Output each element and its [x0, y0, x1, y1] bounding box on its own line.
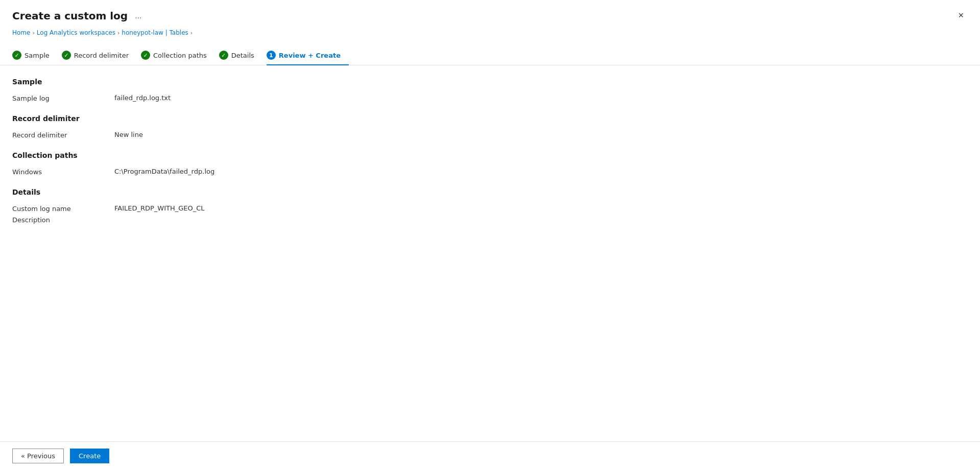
- close-button[interactable]: ×: [954, 8, 968, 23]
- dialog-header: Create a custom log ... ×: [0, 0, 980, 27]
- sample-log-row: Sample log failed_rdp.log.txt: [12, 94, 968, 102]
- description-label: Description: [12, 216, 114, 224]
- step-details-check-icon: ✓: [219, 51, 228, 60]
- step-review-create-active-icon: 1: [267, 51, 276, 60]
- step-record-delimiter[interactable]: ✓ Record delimiter: [62, 46, 137, 65]
- step-review-create-label: Review + Create: [279, 52, 341, 59]
- dialog-container: Create a custom log ... × Home › Log Ana…: [0, 0, 980, 470]
- breadcrumb-tables[interactable]: honeypot-law | Tables: [122, 29, 188, 36]
- breadcrumb-sep-3: ›: [190, 30, 193, 36]
- details-section: Details Custom log name FAILED_RDP_WITH_…: [12, 188, 968, 224]
- step-sample-check-icon: ✓: [12, 51, 21, 60]
- step-details-label: Details: [231, 52, 254, 59]
- step-collection-paths[interactable]: ✓ Collection paths: [141, 46, 215, 65]
- step-details[interactable]: ✓ Details: [219, 46, 262, 65]
- step-record-delimiter-label: Record delimiter: [74, 52, 129, 59]
- breadcrumb-sep-2: ›: [117, 30, 119, 36]
- sample-section-title: Sample: [12, 78, 968, 88]
- step-record-delimiter-check-icon: ✓: [62, 51, 71, 60]
- wizard-steps: ✓ Sample ✓ Record delimiter ✓ Collection…: [0, 40, 980, 65]
- record-delimiter-label: Record delimiter: [12, 131, 114, 139]
- breadcrumb-workspaces[interactable]: Log Analytics workspaces: [37, 29, 115, 36]
- record-delimiter-row: Record delimiter New line: [12, 131, 968, 139]
- step-collection-paths-check-icon: ✓: [141, 51, 150, 60]
- dialog-title-row: Create a custom log ...: [12, 10, 145, 22]
- collection-paths-windows-value: C:\ProgramData\failed_rdp.log: [114, 168, 214, 175]
- step-sample[interactable]: ✓ Sample: [12, 46, 58, 65]
- step-review-create[interactable]: 1 Review + Create: [267, 46, 349, 65]
- breadcrumb-sep-1: ›: [32, 30, 34, 36]
- sample-section: Sample Sample log failed_rdp.log.txt: [12, 78, 968, 102]
- custom-log-name-row: Custom log name FAILED_RDP_WITH_GEO_CL: [12, 204, 968, 213]
- custom-log-name-label: Custom log name: [12, 204, 114, 213]
- collection-paths-windows-row: Windows C:\ProgramData\failed_rdp.log: [12, 168, 968, 176]
- footer: « Previous Create: [0, 441, 980, 470]
- collection-paths-section: Collection paths Windows C:\ProgramData\…: [12, 151, 968, 176]
- details-section-title: Details: [12, 188, 968, 198]
- step-sample-label: Sample: [25, 52, 50, 59]
- collection-paths-section-title: Collection paths: [12, 151, 968, 161]
- collection-paths-windows-label: Windows: [12, 168, 114, 176]
- description-row: Description: [12, 216, 968, 224]
- record-delimiter-section-title: Record delimiter: [12, 114, 968, 125]
- sample-log-value: failed_rdp.log.txt: [114, 94, 171, 102]
- record-delimiter-value: New line: [114, 131, 143, 138]
- previous-button[interactable]: « Previous: [12, 449, 64, 463]
- step-collection-paths-label: Collection paths: [153, 52, 207, 59]
- breadcrumb-home[interactable]: Home: [12, 29, 30, 36]
- content-area: Sample Sample log failed_rdp.log.txt Rec…: [0, 65, 980, 470]
- record-delimiter-section: Record delimiter Record delimiter New li…: [12, 114, 968, 139]
- create-button[interactable]: Create: [70, 449, 109, 463]
- custom-log-name-value: FAILED_RDP_WITH_GEO_CL: [114, 204, 205, 212]
- sample-log-label: Sample log: [12, 94, 114, 102]
- dialog-title: Create a custom log: [12, 10, 128, 22]
- ellipsis-button[interactable]: ...: [132, 10, 145, 21]
- breadcrumb: Home › Log Analytics workspaces › honeyp…: [0, 27, 980, 40]
